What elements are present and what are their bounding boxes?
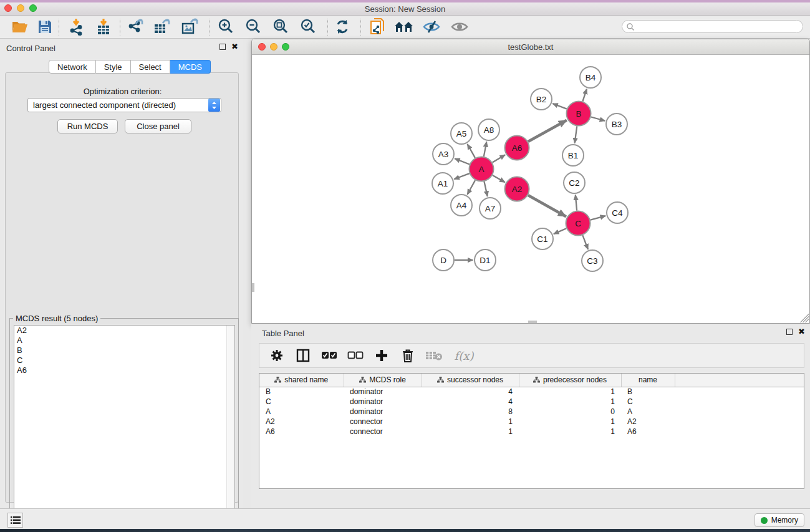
graph-node-C1[interactable]: C1 [532, 228, 553, 249]
export-image-icon[interactable] [179, 17, 201, 37]
export-network-icon[interactable] [125, 17, 147, 37]
close-panel-icon[interactable]: ✖ [231, 44, 238, 50]
table-cell[interactable]: 1 [422, 417, 519, 427]
table-cell[interactable]: B [259, 387, 344, 397]
export-table-icon[interactable] [151, 17, 173, 37]
graph-node-A8[interactable]: A8 [478, 119, 499, 140]
table-cell[interactable]: dominator [344, 407, 422, 417]
mcds-result-item[interactable]: A [14, 336, 234, 346]
table-cell[interactable]: B [621, 387, 675, 397]
table-row[interactable]: A6connector11A6 [259, 427, 804, 437]
graph-edge-B-B2[interactable] [552, 104, 567, 109]
hide-panel-eye-icon[interactable] [420, 17, 443, 37]
import-network-icon[interactable] [65, 17, 87, 37]
graph-edge-A-A2[interactable] [493, 175, 505, 182]
deselect-all-columns-icon[interactable] [347, 347, 364, 364]
search-input[interactable] [635, 22, 791, 31]
graph-node-A4[interactable]: A4 [451, 195, 472, 216]
table-cell[interactable]: 8 [422, 407, 519, 417]
graph-edge-C-C2[interactable] [576, 195, 577, 210]
zoom-fit-icon[interactable] [269, 17, 292, 37]
canvas-scroll-indicator-left[interactable] [252, 283, 254, 292]
graph-node-A2[interactable]: A2 [505, 177, 529, 201]
graph-node-A3[interactable]: A3 [433, 143, 454, 165]
graph-node-B1[interactable]: B1 [562, 145, 584, 166]
table-cell[interactable]: 1 [519, 417, 621, 427]
column-header-name[interactable]: name [621, 374, 675, 387]
table-cell[interactable]: 1 [519, 427, 621, 437]
graph-node-A[interactable]: A [470, 157, 494, 181]
home-icon[interactable] [393, 17, 415, 37]
new-network-from-selection-icon[interactable] [367, 17, 389, 37]
table-cell[interactable]: 4 [422, 397, 519, 407]
column-header-predecessor-nodes[interactable]: predecessor nodes [519, 374, 621, 387]
table-row[interactable]: Cdominator41C [259, 397, 804, 407]
graph-node-A7[interactable]: A7 [480, 198, 501, 219]
table-cell[interactable]: A6 [621, 427, 675, 437]
table-cell[interactable]: connector [344, 427, 422, 437]
table-cell[interactable]: 1 [519, 387, 621, 397]
float-table-panel-icon[interactable] [786, 329, 793, 335]
show-panel-eye-icon[interactable] [448, 17, 471, 37]
table-cell[interactable]: A [621, 407, 675, 417]
save-session-icon[interactable] [34, 17, 56, 37]
table-cell[interactable]: dominator [344, 387, 422, 397]
mcds-result-list[interactable]: A2ABCA6 [14, 325, 235, 528]
graph-edge-A-A3[interactable] [455, 158, 470, 164]
graph-edge-A-A1[interactable] [454, 173, 469, 179]
graph-node-D1[interactable]: D1 [475, 249, 496, 271]
run-mcds-button[interactable]: Run MCDS [57, 119, 118, 133]
network-window-titlebar[interactable]: testGlobe.txt [252, 39, 809, 55]
table-cell[interactable]: 4 [422, 387, 519, 397]
table-row[interactable]: Adominator80A [259, 407, 804, 417]
tab-mcds[interactable]: MCDS [170, 60, 211, 74]
mcds-result-item[interactable]: B [14, 346, 234, 355]
tab-style[interactable]: Style [96, 60, 131, 74]
graph-edge-B-B1[interactable] [575, 126, 577, 143]
graph-node-B2[interactable]: B2 [531, 89, 552, 110]
split-view-icon[interactable] [294, 347, 312, 364]
zoom-in-icon[interactable] [215, 17, 237, 37]
task-history-button[interactable] [7, 513, 23, 528]
select-all-columns-icon[interactable] [321, 347, 338, 364]
graph-edge-A6-B[interactable] [528, 120, 567, 142]
mcds-result-item[interactable]: C [14, 355, 234, 365]
network-canvas[interactable]: B4B2BB3A5A8A6B1A3AA1C2A2A4A7C4CC1C3DD1 [252, 56, 809, 323]
table-cell[interactable]: C [259, 397, 344, 407]
scrollbar-track[interactable] [226, 326, 234, 528]
graph-edge-A-A4[interactable] [467, 180, 475, 195]
column-header-successor-nodes[interactable]: successor nodes [422, 374, 519, 387]
graph-edge-C-C4[interactable] [591, 216, 605, 220]
graph-edge-C-C1[interactable] [554, 228, 566, 234]
graph-edge-A-A8[interactable] [484, 142, 487, 157]
network-close-button[interactable] [258, 43, 266, 51]
table-cell[interactable]: 0 [519, 407, 621, 417]
import-table-icon[interactable] [92, 17, 115, 37]
optimization-criterion-dropdown[interactable]: largest connected component (directed) [27, 98, 221, 112]
canvas-scroll-indicator-bottom[interactable] [528, 321, 537, 323]
table-cell[interactable]: C [621, 397, 675, 407]
close-panel-button[interactable]: Close panel [125, 119, 191, 133]
graph-edge-A-A5[interactable] [468, 144, 475, 158]
mcds-result-item[interactable]: A6 [14, 365, 234, 375]
refresh-icon[interactable] [331, 17, 354, 37]
graph-node-A5[interactable]: A5 [451, 123, 472, 144]
graph-edge-A-A6[interactable] [493, 155, 506, 162]
table-cell[interactable]: dominator [344, 397, 422, 407]
close-table-panel-icon[interactable]: ✖ [798, 329, 805, 335]
graph-edge-A2-C[interactable] [528, 195, 566, 216]
zoom-window-button[interactable] [29, 4, 37, 12]
zoom-out-icon[interactable] [242, 17, 264, 37]
search-field[interactable] [622, 20, 803, 33]
graph-node-B4[interactable]: B4 [580, 67, 601, 88]
function-builder-icon[interactable]: f(x) [451, 347, 476, 364]
graph-edge-B-B3[interactable] [591, 117, 605, 121]
tab-network[interactable]: Network [49, 60, 96, 74]
network-minimize-button[interactable] [270, 43, 277, 51]
float-panel-icon[interactable] [219, 44, 226, 50]
graph-edge-B-B4[interactable] [582, 89, 587, 102]
column-header-mcds-role[interactable]: MCDS role [344, 374, 422, 387]
table-row[interactable]: Bdominator41B [259, 387, 804, 397]
table-cell[interactable]: A2 [621, 417, 675, 427]
close-window-button[interactable] [4, 4, 12, 12]
